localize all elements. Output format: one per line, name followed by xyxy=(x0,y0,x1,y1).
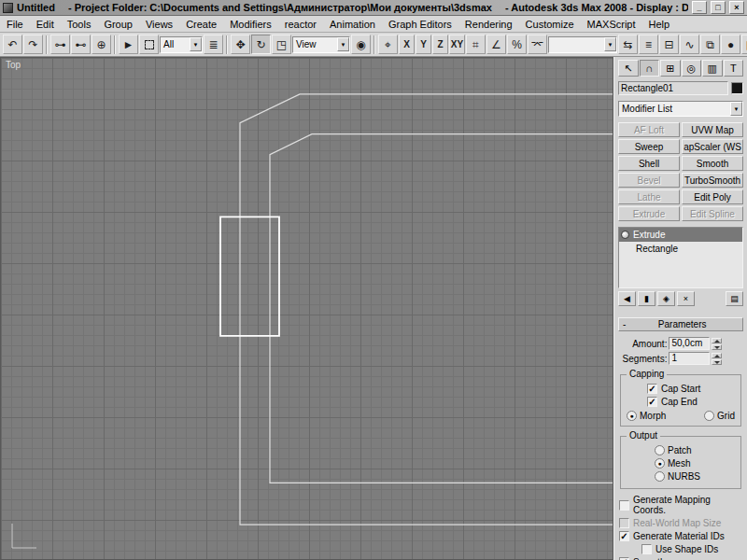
menu-modifiers[interactable]: Modifiers xyxy=(223,17,278,32)
restrict-x-button[interactable]: X xyxy=(399,35,415,54)
render-scene-dialog-button[interactable]: ▦ xyxy=(741,35,747,54)
modifier-button-turbosmooth[interactable]: TurboSmooth xyxy=(682,173,743,188)
menu-views[interactable]: Views xyxy=(139,17,179,32)
patch-radio[interactable]: Patch xyxy=(655,445,737,455)
menu-graph-editors[interactable]: Graph Editors xyxy=(382,17,458,32)
remove-modifier-button[interactable]: × xyxy=(677,291,695,306)
modifier-list-dropdown[interactable]: Modifier List ▼ xyxy=(618,101,743,117)
mesh-radio[interactable]: ● Mesh xyxy=(655,458,737,469)
amount-field[interactable]: 50,0cm xyxy=(669,337,710,350)
make-unique-button[interactable]: ◈ xyxy=(657,291,675,306)
pin-stack-button[interactable]: ◀ xyxy=(618,291,636,306)
tab-create[interactable]: ↖ xyxy=(618,60,639,77)
menu-animation[interactable]: Animation xyxy=(323,17,382,32)
close-button[interactable]: × xyxy=(729,1,744,14)
select-by-name-button[interactable]: ≣ xyxy=(204,35,223,54)
select-and-manipulate-button[interactable]: ⌖ xyxy=(378,35,398,54)
selection-region-button[interactable] xyxy=(139,35,159,54)
unlink-selection-button[interactable]: ⊷ xyxy=(71,35,91,54)
menu-help[interactable]: Help xyxy=(642,17,677,32)
keyboard-shortcut-override-button[interactable]: ⌤ xyxy=(528,35,547,54)
schematic-view-button[interactable]: ⧉ xyxy=(700,35,720,54)
select-and-scale-button[interactable]: ◳ xyxy=(272,35,291,54)
minimize-button[interactable]: _ xyxy=(692,1,707,14)
tab-hierarchy[interactable]: ⊞ xyxy=(660,60,681,77)
reference-coordinate-dropdown[interactable]: View ▼ xyxy=(292,36,350,53)
wall-outline-inner[interactable] xyxy=(270,134,613,483)
viewport-label[interactable]: Top xyxy=(6,60,21,70)
object-color-swatch[interactable] xyxy=(731,82,743,94)
maximize-button[interactable]: □ xyxy=(711,1,726,14)
menu-rendering[interactable]: Rendering xyxy=(458,17,519,32)
menu-edit[interactable]: Edit xyxy=(30,17,61,32)
menu-tools[interactable]: Tools xyxy=(61,17,98,32)
select-and-move-button[interactable]: ✥ xyxy=(231,35,250,54)
grid-radio[interactable]: Grid xyxy=(704,411,735,421)
modifier-button-mapscaler[interactable]: apScaler (WS xyxy=(682,139,743,154)
restrict-z-button[interactable]: Z xyxy=(432,35,448,54)
tab-modify[interactable]: ∩ xyxy=(640,60,660,77)
selection-filter-dropdown[interactable]: All ▼ xyxy=(160,36,203,53)
amount-spinner-down[interactable] xyxy=(712,344,722,350)
mirror-button[interactable]: ⇆ xyxy=(618,35,638,54)
select-and-link-button[interactable]: ⊶ xyxy=(50,35,70,54)
tab-display[interactable]: ▥ xyxy=(702,60,723,77)
menu-file[interactable]: File xyxy=(0,17,30,32)
segments-field[interactable]: 1 xyxy=(669,352,710,365)
dropdown-arrow-icon[interactable]: ▼ xyxy=(190,37,202,51)
modifier-button-sweep[interactable]: Sweep xyxy=(618,139,680,154)
use-shape-ids-checkbox[interactable]: Use Shape IDs xyxy=(641,544,742,554)
menu-create[interactable]: Create xyxy=(179,17,223,32)
cap-start-checkbox[interactable]: ✓ Cap Start xyxy=(647,384,737,394)
dropdown-arrow-icon[interactable]: ▼ xyxy=(337,37,349,51)
show-end-result-button[interactable]: ▮ xyxy=(638,291,655,306)
nurbs-radio[interactable]: NURBS xyxy=(655,471,737,482)
dropdown-arrow-icon[interactable]: ▼ xyxy=(604,37,616,51)
material-editor-button[interactable]: ● xyxy=(721,35,740,54)
segments-spinner-up[interactable] xyxy=(712,353,722,358)
modifier-button-smooth[interactable]: Smooth xyxy=(682,156,743,171)
stack-item-extrude[interactable]: Extrude xyxy=(619,228,742,242)
modifier-button-shell[interactable]: Shell xyxy=(618,156,680,171)
restrict-y-button[interactable]: Y xyxy=(416,35,431,54)
angle-snap-button[interactable]: ∠ xyxy=(486,35,506,54)
select-object-button[interactable]: ► xyxy=(119,35,138,54)
undo-button[interactable]: ↶ xyxy=(3,35,22,54)
select-and-rotate-button[interactable]: ↻ xyxy=(251,35,271,54)
wall-outline-outer[interactable] xyxy=(240,94,613,525)
segments-spinner-down[interactable] xyxy=(712,359,722,365)
menu-maxscript[interactable]: MAXScript xyxy=(581,17,642,32)
amount-label: Amount: xyxy=(619,339,667,349)
viewport-top[interactable]: Top xyxy=(0,57,613,560)
curve-editor-button[interactable]: ∿ xyxy=(680,35,699,54)
cap-end-checkbox[interactable]: ✓ Cap End xyxy=(647,397,737,407)
amount-spinner-up[interactable] xyxy=(712,338,722,343)
tab-motion[interactable]: ◎ xyxy=(682,60,702,77)
layer-manager-button[interactable]: ⊟ xyxy=(659,35,679,54)
menu-group[interactable]: Group xyxy=(97,17,139,32)
restrict-xy-plane-button[interactable]: XY xyxy=(449,35,465,54)
configure-modifier-sets-button[interactable]: ▤ xyxy=(726,291,743,306)
redo-button[interactable]: ↷ xyxy=(23,35,43,54)
modifier-button-edit-poly[interactable]: Edit Poly xyxy=(682,189,743,204)
dropdown-arrow-icon[interactable]: ▼ xyxy=(730,102,742,116)
named-selection-sets-dropdown[interactable]: ▼ xyxy=(548,36,617,53)
menu-customize[interactable]: Customize xyxy=(519,17,581,32)
stack-item-rectangle[interactable]: Rectangle xyxy=(619,242,742,256)
use-pivot-center-button[interactable]: ◉ xyxy=(351,35,371,54)
tab-utilities[interactable]: T xyxy=(724,60,744,77)
snap-toggle-button[interactable]: ⌗ xyxy=(466,35,486,54)
toolbar-separator xyxy=(114,35,116,54)
align-button[interactable]: ≡ xyxy=(639,35,658,54)
generate-material-ids-checkbox[interactable]: ✓ Generate Material IDs xyxy=(619,531,742,541)
menu-reactor[interactable]: reactor xyxy=(278,17,323,32)
percent-snap-button[interactable]: % xyxy=(507,35,527,54)
parameters-rollout-header[interactable]: - Parameters xyxy=(618,317,743,331)
modifier-visibility-bulb-icon[interactable] xyxy=(621,231,629,239)
modifier-stack-list[interactable]: Extrude Rectangle xyxy=(618,227,743,288)
modifier-button-uvw-map[interactable]: UVW Map xyxy=(682,122,743,137)
object-name-field[interactable]: Rectangle01 xyxy=(618,81,728,95)
bind-to-space-warp-button[interactable]: ⊕ xyxy=(92,35,111,54)
morph-radio[interactable]: ● Morph xyxy=(627,411,666,421)
generate-mapping-coords-checkbox[interactable]: Generate Mapping Coords. xyxy=(619,495,742,515)
